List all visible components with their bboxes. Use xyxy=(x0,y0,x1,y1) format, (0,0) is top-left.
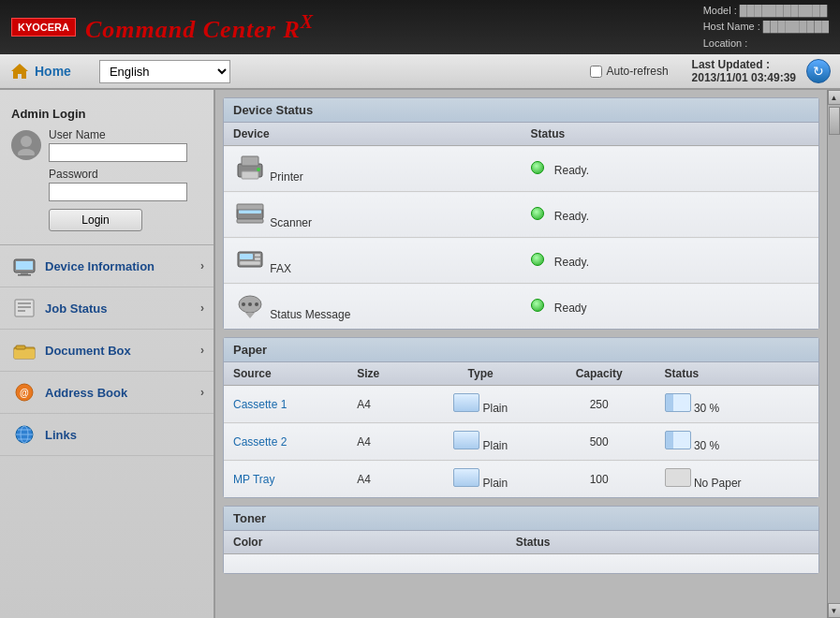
svg-rect-12 xyxy=(14,349,35,359)
cassette1-type: Plain xyxy=(418,386,542,423)
sidebar-item-job-status[interactable]: Job Status › xyxy=(0,287,214,330)
status-message-text: Ready xyxy=(554,302,587,315)
hostname-row: Host Name : █████████ xyxy=(703,19,829,36)
table-row: MP Tray A4 Plain 100 No Paper xyxy=(224,461,818,498)
hostname-label: Host Name : xyxy=(703,21,760,32)
scroll-thumb[interactable] xyxy=(829,107,840,135)
svg-rect-7 xyxy=(15,300,34,316)
cassette2-capacity: 500 xyxy=(543,423,656,461)
model-row: Model : ████████████ xyxy=(703,3,829,20)
mptray-size: A4 xyxy=(347,461,418,498)
scanner-icon xyxy=(233,199,267,228)
cassette1-capacity: 250 xyxy=(543,386,656,423)
table-row: Scanner Ready. xyxy=(224,192,818,238)
toner-col-status: Status xyxy=(507,531,818,554)
auto-refresh-label[interactable]: Auto-refresh xyxy=(607,65,669,78)
scanner-status-text: Ready. xyxy=(554,210,589,223)
logo-area: KYOCERA Command Center RX xyxy=(11,11,314,44)
username-input[interactable] xyxy=(49,143,187,162)
svg-rect-4 xyxy=(16,261,33,270)
svg-rect-27 xyxy=(237,204,263,210)
svg-rect-32 xyxy=(255,258,260,260)
login-button[interactable]: Login xyxy=(49,209,142,231)
svg-rect-31 xyxy=(255,254,260,257)
svg-marker-38 xyxy=(245,313,255,318)
status-message-name: Status Message xyxy=(270,308,350,321)
printer-status-indicator xyxy=(531,161,544,174)
hostname-value: █████████ xyxy=(763,21,829,32)
app-title: Command Center RX xyxy=(85,11,314,44)
scrollbar[interactable]: ▲ ▼ xyxy=(827,90,840,618)
svg-point-37 xyxy=(255,302,258,306)
mptray-type-icon xyxy=(453,468,479,487)
home-icon xyxy=(9,62,30,81)
model-label: Model : xyxy=(703,5,737,16)
mptray-nopaper-icon xyxy=(665,468,691,487)
status-message-indicator xyxy=(531,299,544,312)
table-row: FAX Ready. xyxy=(224,238,818,284)
device-status-table: Device Status xyxy=(224,123,818,329)
username-field-group: User Name xyxy=(49,128,187,162)
status-message-icon xyxy=(233,291,267,319)
svg-rect-13 xyxy=(16,346,25,349)
fax-status-indicator xyxy=(531,253,544,266)
device-status-header: Device Status xyxy=(224,98,818,123)
paper-header: Paper xyxy=(224,338,818,362)
location-row: Location : xyxy=(703,36,829,52)
job-status-label: Job Status xyxy=(45,302,107,316)
address-book-arrow: › xyxy=(200,386,204,399)
paper-card: Paper Source Size Type Capacity Status C… xyxy=(223,337,819,498)
toner-card: Toner Color Status xyxy=(223,506,819,574)
password-label: Password xyxy=(49,168,202,181)
svg-rect-23 xyxy=(242,171,258,179)
scroll-up-button[interactable]: ▲ xyxy=(828,90,841,105)
admin-user-row: User Name xyxy=(11,128,202,162)
home-label: Home xyxy=(35,64,71,79)
mptray-status: No Paper xyxy=(656,461,818,498)
sidebar-item-address-book[interactable]: @ Address Book › xyxy=(0,372,214,414)
auto-refresh-checkbox[interactable] xyxy=(590,66,602,78)
scroll-track xyxy=(828,105,841,603)
scroll-down-button[interactable]: ▼ xyxy=(828,603,841,618)
cassette1-source: Cassette 1 xyxy=(224,386,347,423)
svg-rect-22 xyxy=(242,156,258,166)
table-row: Cassette 2 A4 Plain 500 30 % xyxy=(224,423,818,461)
toner-header: Toner xyxy=(224,507,818,531)
table-row: Printer Ready. xyxy=(224,146,818,192)
col-capacity: Capacity xyxy=(543,362,656,386)
cassette1-status: 30 % xyxy=(656,386,818,423)
address-book-label: Address Book xyxy=(45,386,127,400)
language-select[interactable]: English Japanese German French xyxy=(99,60,230,83)
toner-table: Color Status xyxy=(224,531,818,573)
last-updated-label: Last Updated : xyxy=(692,58,770,71)
sidebar-item-device-information[interactable]: Device Information › xyxy=(0,245,214,287)
cassette2-level-icon xyxy=(665,431,691,449)
home-button[interactable]: Home xyxy=(9,62,71,81)
sidebar-item-links[interactable]: Links xyxy=(0,414,214,456)
sidebar-item-document-box[interactable]: Document Box › xyxy=(0,330,214,372)
svg-point-35 xyxy=(242,302,245,306)
rx-logo: X xyxy=(301,11,314,32)
svg-rect-26 xyxy=(239,210,261,213)
table-row: Status Message Ready xyxy=(224,284,818,330)
svg-rect-28 xyxy=(237,219,263,223)
navbar: Home English Japanese German French Auto… xyxy=(0,54,840,90)
auto-refresh-area: Auto-refresh Last Updated : 2013/11/01 0… xyxy=(590,58,831,84)
password-field-group: Password xyxy=(49,168,202,201)
refresh-button[interactable]: ↻ xyxy=(806,59,831,83)
paper-table: Source Size Type Capacity Status Cassett… xyxy=(224,362,818,497)
device-information-icon xyxy=(11,255,37,277)
cassette1-level-icon xyxy=(665,393,691,412)
avatar xyxy=(11,130,41,160)
password-input[interactable] xyxy=(49,183,187,201)
address-book-icon: @ xyxy=(11,381,37,404)
svg-rect-30 xyxy=(240,254,253,259)
printer-name: Printer xyxy=(270,170,302,184)
printer-status-text: Ready. xyxy=(554,164,589,177)
fax-status-text: Ready. xyxy=(554,256,589,269)
cassette1-type-icon xyxy=(453,393,479,412)
cassette2-type: Plain xyxy=(418,423,542,461)
admin-login-section: Admin Login User Name Password Login xyxy=(0,99,214,245)
header-info: Model : ████████████ Host Name : ███████… xyxy=(703,3,829,52)
mptray-type: Plain xyxy=(418,461,542,498)
